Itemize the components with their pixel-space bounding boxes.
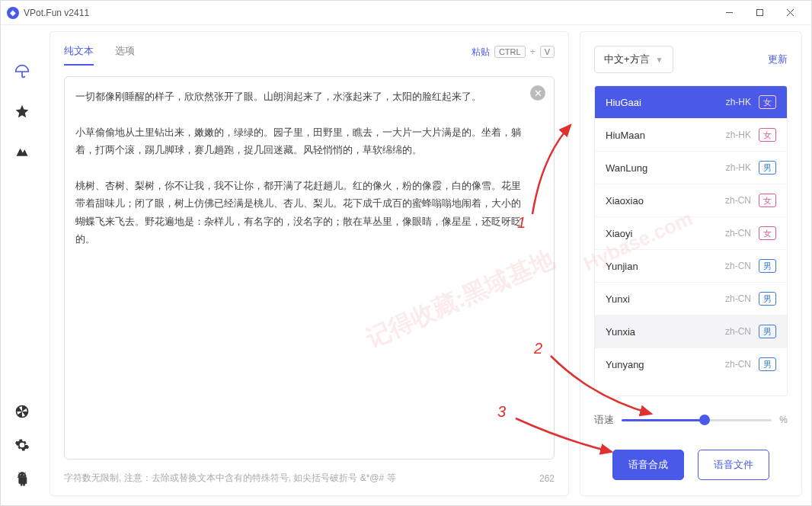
voice-item[interactable]: Yunjianzh-CN男 [595, 250, 787, 283]
window-title: VPot.Fun v2411 [24, 8, 714, 18]
tab-plain-text[interactable]: 纯文本 [64, 38, 94, 66]
annotation-arrow-2 [546, 351, 657, 420]
voice-item[interactable]: Xiaoyizh-CN女 [595, 217, 787, 250]
voice-locale: zh-CN [725, 228, 751, 239]
char-count: 262 [539, 473, 555, 484]
sidebar-umbrella-icon[interactable] [14, 63, 30, 80]
gender-badge: 男 [759, 259, 776, 273]
annotation-3: 3 [497, 403, 506, 421]
voice-locale: zh-HK [726, 162, 751, 173]
gender-badge: 男 [759, 161, 776, 175]
gender-badge: 男 [759, 325, 776, 338]
speed-percent-suffix: % [779, 415, 788, 425]
voice-item[interactable]: Xiaoxiaozh-CN女 [595, 184, 787, 217]
gender-badge: 女 [759, 194, 776, 207]
language-label: 中文+方言 [604, 53, 650, 66]
gender-badge: 女 [759, 95, 776, 109]
voice-name: Yunjian [606, 261, 725, 272]
sidebar-gear-icon[interactable] [14, 437, 30, 453]
clear-button[interactable]: ✕ [530, 85, 545, 101]
synthesize-button[interactable]: 语音合成 [612, 450, 684, 480]
voice-item[interactable]: HiuMaanzh-HK女 [595, 119, 787, 152]
voice-name: Xiaoyi [606, 228, 725, 239]
voice-locale: zh-CN [725, 293, 751, 304]
voice-name: HiuGaai [606, 97, 726, 108]
voice-locale: zh-HK [726, 97, 751, 107]
voice-name: Xiaoxiao [606, 195, 725, 207]
paste-link[interactable]: 粘贴 [472, 46, 490, 59]
sidebar-star-icon[interactable] [14, 103, 30, 120]
voice-locale: zh-CN [725, 261, 751, 271]
voice-locale: zh-CN [725, 359, 751, 370]
annotation-2: 2 [534, 340, 542, 357]
titlebar: ◆ VPot.Fun v2411 [1, 1, 811, 25]
sidebar-android-icon[interactable] [14, 470, 30, 487]
maximize-button[interactable] [744, 2, 775, 24]
kbd-plus: + [530, 46, 535, 57]
voice-name: Yunxia [606, 326, 725, 338]
voice-list: HiuGaaizh-HK女HiuMaanzh-HK女WanLungzh-HK男X… [594, 85, 788, 396]
voice-file-button[interactable]: 语音文件 [698, 450, 769, 480]
kbd-ctrl: CTRL [494, 46, 526, 58]
text-input[interactable] [64, 76, 555, 460]
kbd-v: V [540, 46, 555, 58]
svg-point-2 [20, 474, 21, 475]
language-select[interactable]: 中文+方言 ▼ [594, 46, 673, 73]
voice-item[interactable]: HiuGaaizh-HK女 [595, 86, 787, 119]
editor-panel: 纯文本 选项 粘贴 CTRL + V ✕ 字符数无限制, 注意：去除或替换文本中… [50, 31, 569, 496]
voice-item[interactable]: Yunxizh-CN男 [595, 283, 787, 315]
gender-badge: 男 [759, 292, 776, 306]
sidebar [1, 25, 43, 505]
voice-locale: zh-CN [725, 326, 751, 337]
voice-item[interactable]: WanLungzh-HK男 [595, 152, 787, 184]
voice-item[interactable]: Yunxiazh-CN男 [595, 315, 787, 348]
editor-hint: 字符数无限制, 注意：去除或替换文本中含有的特殊符号, 如尖括号破折号 &*@#… [64, 472, 396, 485]
minimize-button[interactable] [714, 2, 744, 24]
annotation-arrow-1 [526, 119, 580, 218]
chevron-down-icon: ▼ [656, 56, 663, 64]
gender-badge: 女 [759, 128, 776, 142]
app-icon: ◆ [7, 7, 19, 19]
gender-badge: 男 [759, 357, 776, 371]
voice-name: Yunxi [606, 293, 725, 305]
voice-name: HiuMaan [606, 130, 726, 141]
svg-point-3 [23, 474, 24, 475]
annotation-1: 1 [517, 214, 526, 232]
sidebar-mountain-icon[interactable] [14, 143, 30, 159]
close-button[interactable] [775, 2, 805, 24]
tab-options[interactable]: 选项 [115, 38, 135, 66]
sidebar-aperture-icon[interactable] [14, 403, 30, 420]
refresh-link[interactable]: 更新 [768, 53, 788, 66]
svg-rect-0 [756, 10, 762, 16]
voice-locale: zh-HK [726, 130, 751, 140]
gender-badge: 女 [759, 226, 776, 240]
voice-locale: zh-CN [725, 195, 751, 206]
annotation-arrow-3 [511, 414, 618, 460]
voice-name: WanLung [606, 162, 726, 174]
